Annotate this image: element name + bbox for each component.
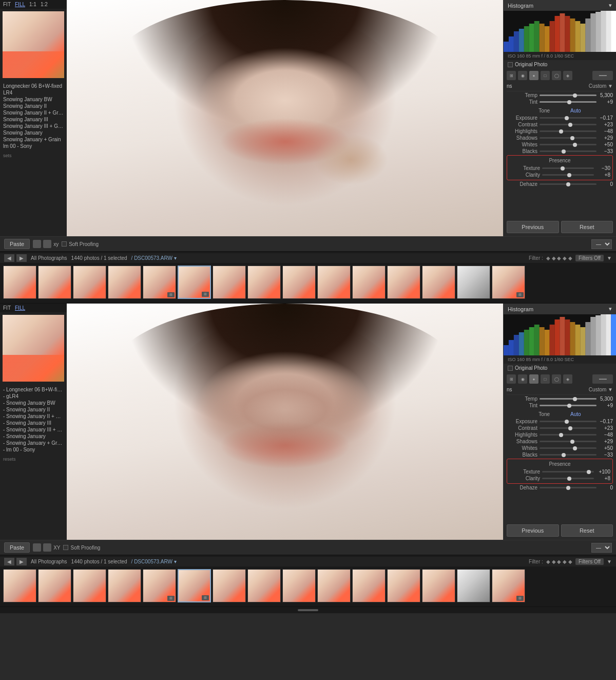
paste-button-top[interactable]: Paste (4, 239, 30, 249)
paste-button-bottom[interactable]: Paste (4, 542, 30, 553)
film-thumb-b12[interactable] (387, 569, 420, 602)
filename-top[interactable]: / DSC00573.ARW ▾ (131, 255, 177, 261)
temp-thumb-top[interactable] (573, 93, 577, 98)
gradient-tool[interactable]: ◯ (552, 71, 561, 80)
exposure-track-top[interactable] (540, 117, 596, 119)
heal-tool[interactable]: ◉ (518, 71, 527, 80)
film-thumb-10[interactable] (317, 266, 351, 299)
heal-tool-b[interactable]: ◉ (518, 374, 527, 384)
fit-label[interactable]: FIT (3, 2, 11, 7)
soft-proof-select-bottom[interactable]: — (591, 543, 612, 553)
blacks-track-bottom[interactable] (540, 454, 596, 456)
preset-item-b[interactable]: - Snowing January II (3, 406, 64, 413)
develop-tool-b[interactable]: ● (529, 374, 538, 384)
film-thumb-b11[interactable] (352, 569, 386, 602)
clarity-thumb-top[interactable] (567, 173, 571, 177)
view-icon-rect2-b[interactable] (43, 543, 51, 552)
preset-item[interactable]: Snowing January + Grain (3, 136, 64, 143)
film-thumb-b4[interactable] (108, 569, 141, 602)
texture-track-bottom[interactable] (542, 471, 594, 473)
dehaze-thumb-top[interactable] (566, 182, 570, 186)
whites-thumb-top[interactable] (573, 143, 577, 147)
original-photo-checkbox-top[interactable] (508, 62, 513, 67)
texture-thumb-top[interactable] (561, 166, 565, 171)
tint-thumb-top[interactable] (567, 100, 571, 104)
profile-value-bottom[interactable]: Custom ▼ (589, 387, 613, 392)
texture-track-top[interactable] (542, 167, 594, 169)
exposure-track-bottom[interactable] (540, 421, 596, 422)
preset-item-b[interactable]: - Snowing January (3, 433, 64, 440)
nav-back-top[interactable]: ◀ (4, 254, 14, 262)
film-thumb-7[interactable] (213, 266, 246, 299)
shadows-track-top[interactable] (540, 137, 596, 139)
tint-thumb-bottom[interactable] (567, 404, 571, 408)
view-icon-rect1[interactable] (33, 240, 41, 248)
preset-item[interactable]: Snowing January BW (3, 96, 64, 103)
film-thumb-15[interactable]: ⊞ (492, 266, 525, 299)
film-thumb-b1[interactable] (3, 569, 36, 602)
histogram-expand-icon-bottom[interactable]: ▾ (609, 306, 612, 312)
previous-button-top[interactable]: Previous (507, 221, 559, 233)
ratio2[interactable]: 1:2 (41, 2, 48, 7)
soft-proof-checkbox-top[interactable] (62, 241, 67, 247)
blacks-thumb-top[interactable] (562, 149, 566, 154)
fill-label[interactable]: FILL (15, 2, 25, 7)
film-thumb-b2[interactable] (38, 569, 71, 602)
film-thumb-6-selected[interactable]: ⊞ (178, 266, 211, 299)
highlights-thumb-bottom[interactable] (559, 433, 563, 437)
bottom-drag-handle[interactable] (0, 607, 616, 613)
dehaze-track-top[interactable] (540, 183, 596, 185)
whites-track-top[interactable] (540, 144, 596, 145)
transform-tool-b[interactable]: ◈ (563, 374, 572, 384)
crop-tool[interactable]: ⊞ (507, 71, 516, 80)
shadows-track-bottom[interactable] (540, 441, 596, 442)
film-thumb-b14[interactable] (457, 569, 490, 602)
film-thumb-b13[interactable] (422, 569, 455, 602)
texture-thumb-bottom[interactable] (587, 470, 591, 474)
dehaze-thumb-bottom[interactable] (566, 486, 570, 490)
film-thumb-b8[interactable] (247, 569, 281, 602)
original-photo-checkbox-bottom[interactable] (508, 366, 513, 371)
fill-label-bottom[interactable]: FILL (15, 305, 25, 311)
preset-item[interactable]: LR4 (3, 89, 64, 96)
ratio1[interactable]: 1:1 (29, 2, 36, 7)
filters-off-bottom[interactable]: Filters Off (575, 558, 604, 565)
contrast-thumb-top[interactable] (568, 123, 572, 127)
film-thumb-8[interactable] (247, 266, 281, 299)
film-thumb-2[interactable] (38, 266, 71, 299)
preset-item-b[interactable]: - lm 00 - Sony (3, 446, 64, 453)
highlights-track-bottom[interactable] (540, 434, 596, 436)
film-thumb-13[interactable] (422, 266, 455, 299)
view-icon-rect2[interactable] (43, 240, 51, 248)
blacks-track-top[interactable] (540, 150, 596, 152)
film-thumb-4[interactable] (108, 266, 141, 299)
preset-item-b[interactable]: - Snowing January III (3, 420, 64, 426)
soft-proof-select-top[interactable]: — (591, 239, 612, 249)
view-icon-rect1-b[interactable] (33, 543, 41, 552)
previous-button-bottom[interactable]: Previous (507, 524, 559, 537)
reset-button-bottom[interactable]: Reset (561, 524, 613, 537)
filmstrip-expand-top[interactable]: ▼ (607, 255, 612, 261)
nav-forward-bottom[interactable]: ▶ (16, 558, 27, 565)
slider-range-tool-b[interactable]: ━━━ (592, 374, 613, 384)
filename-bottom[interactable]: / DSC00573.ARW ▾ (131, 559, 177, 564)
film-thumb-b10[interactable] (317, 569, 351, 602)
soft-proof-checkbox-bottom[interactable] (63, 545, 68, 550)
film-thumb-3[interactable] (73, 266, 106, 299)
highlights-thumb-top[interactable] (559, 129, 563, 134)
preset-item[interactable]: lm 00 - Sony (3, 143, 64, 149)
blacks-thumb-bottom[interactable] (562, 453, 566, 457)
shadows-thumb-top[interactable] (570, 136, 574, 140)
tone-auto-top[interactable]: Auto (570, 108, 581, 114)
film-thumb-b6-selected[interactable]: ⊞ (178, 569, 211, 602)
exposure-thumb-top[interactable] (565, 116, 569, 120)
film-thumb-11[interactable] (352, 266, 386, 299)
dehaze-track-bottom[interactable] (540, 487, 596, 488)
fit-label-bottom[interactable]: FIT (3, 305, 11, 311)
contrast-track-top[interactable] (540, 124, 596, 125)
film-thumb-1[interactable] (3, 266, 36, 299)
nav-back-bottom[interactable]: ◀ (4, 558, 14, 565)
tint-track-top[interactable] (540, 101, 596, 103)
profile-value-top[interactable]: Custom ▼ (589, 83, 613, 89)
preset-item[interactable]: Longnecker 06 B+W-fixed (3, 83, 64, 89)
